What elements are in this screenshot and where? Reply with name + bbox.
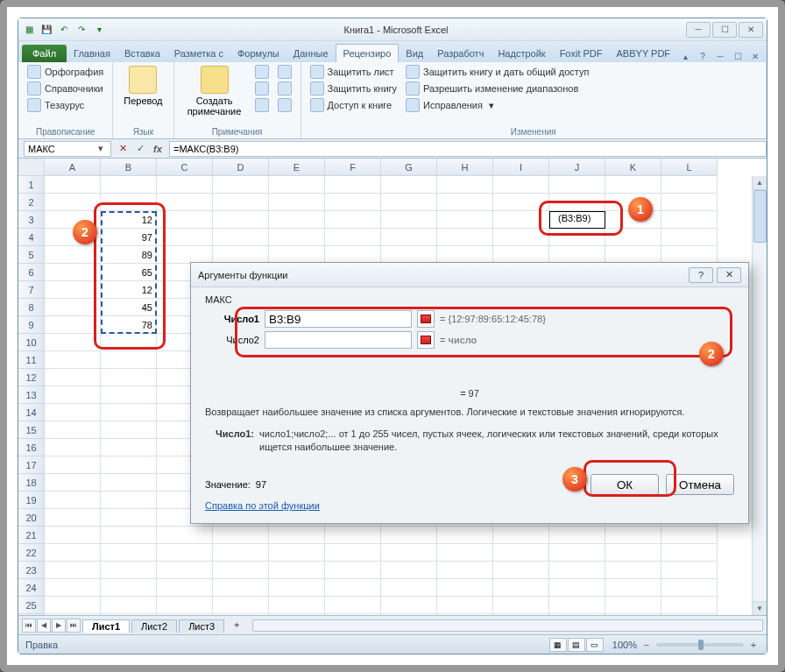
last-sheet-button[interactable]: ⏭ [67, 619, 81, 633]
row-header[interactable]: 14 [18, 404, 45, 421]
cell[interactable] [45, 421, 101, 439]
protect-workbook-button[interactable]: Защитить книгу [308, 81, 400, 96]
cell[interactable] [549, 579, 605, 597]
cell[interactable]: 45 [101, 299, 157, 316]
tab-layout[interactable]: Разметка с [167, 45, 230, 62]
cell[interactable] [325, 194, 381, 211]
cell[interactable] [157, 211, 213, 229]
cell[interactable] [661, 562, 718, 579]
cancel-formula-button[interactable]: ✕ [115, 141, 131, 157]
show-comment-button[interactable] [276, 64, 293, 80]
row-header[interactable]: 24 [18, 579, 45, 597]
row-header[interactable]: 25 [18, 597, 45, 614]
tab-addins[interactable]: Надстройк [491, 45, 552, 62]
cell[interactable] [157, 527, 213, 544]
cell[interactable] [157, 597, 213, 614]
cell[interactable] [213, 527, 269, 544]
row-header[interactable]: 2 [18, 194, 45, 211]
spelling-button[interactable]: Орфография [25, 64, 105, 80]
help-link[interactable]: Справка по этой функции [205, 500, 320, 511]
cell[interactable] [437, 176, 493, 194]
cell[interactable] [45, 351, 101, 369]
cell[interactable] [325, 211, 381, 229]
qat-dropdown-icon[interactable]: ▾ [92, 23, 106, 37]
cell[interactable] [269, 597, 325, 614]
column-header[interactable]: K [605, 159, 661, 176]
cell[interactable] [437, 597, 493, 614]
cell[interactable] [605, 614, 661, 615]
sheet-tab-2[interactable]: Лист2 [131, 619, 177, 633]
insert-function-button[interactable]: fx [150, 141, 166, 157]
row-header[interactable]: 6 [18, 264, 45, 281]
row-header[interactable]: 22 [18, 544, 45, 562]
redo-icon[interactable]: ↷ [74, 23, 88, 37]
show-all-comments-button[interactable] [276, 81, 293, 96]
cell[interactable] [605, 562, 661, 579]
cell[interactable] [325, 579, 381, 597]
name-box-dropdown-icon[interactable]: ▾ [95, 143, 107, 154]
name-box[interactable]: МАКС▾ [24, 141, 111, 157]
new-comment-button[interactable]: Создать примечание [181, 64, 248, 125]
cell[interactable] [213, 544, 269, 562]
cell[interactable] [437, 527, 493, 544]
tab-foxit[interactable]: Foxit PDF [553, 45, 610, 62]
normal-view-button[interactable]: ▦ [549, 638, 567, 652]
cell[interactable] [549, 614, 605, 615]
protect-sheet-button[interactable]: Защитить лист [308, 64, 400, 80]
cell[interactable] [437, 229, 493, 246]
sheet-tab-3[interactable]: Лист3 [179, 619, 224, 633]
cell[interactable] [45, 334, 101, 351]
cell[interactable] [101, 176, 157, 194]
cell[interactable]: 78 [101, 316, 157, 334]
next-comment-button[interactable] [253, 97, 271, 113]
row-header[interactable]: 15 [18, 421, 45, 439]
row-header[interactable]: 5 [18, 246, 45, 264]
help-icon[interactable]: ? [697, 50, 709, 62]
cell[interactable] [157, 194, 213, 211]
cell[interactable] [45, 176, 101, 194]
row-header[interactable]: 26 [18, 614, 45, 615]
cell[interactable] [661, 246, 718, 264]
tab-data[interactable]: Данные [286, 45, 336, 62]
cell[interactable] [101, 439, 157, 456]
cell[interactable] [213, 597, 269, 614]
column-header[interactable]: D [213, 159, 269, 176]
doc-close-icon[interactable]: ✕ [749, 50, 761, 62]
dialog-titlebar[interactable]: Аргументы функции ? ✕ [191, 263, 748, 287]
sheet-tab-1[interactable]: Лист1 [82, 619, 130, 633]
cell[interactable] [269, 579, 325, 597]
row-header[interactable]: 21 [18, 527, 45, 544]
cell[interactable] [549, 229, 605, 246]
cell[interactable] [325, 614, 381, 615]
cell[interactable] [325, 176, 381, 194]
prev-comment-button[interactable] [253, 81, 271, 96]
row-header[interactable]: 10 [18, 334, 45, 351]
cell[interactable] [549, 562, 605, 579]
cell[interactable] [213, 211, 269, 229]
column-header[interactable]: H [437, 159, 493, 176]
cell[interactable]: 65 [101, 264, 157, 281]
save-icon[interactable]: 💾 [39, 23, 53, 37]
cell[interactable] [213, 194, 269, 211]
dialog-help-button[interactable]: ? [689, 267, 713, 283]
cell[interactable] [45, 194, 101, 211]
cell[interactable] [157, 176, 213, 194]
arg1-input[interactable] [265, 310, 412, 328]
row-header[interactable]: 8 [18, 299, 45, 316]
cell[interactable]: 12 [101, 281, 157, 299]
cell[interactable] [437, 544, 493, 562]
zoom-slider[interactable] [656, 643, 744, 647]
ribbon-minimize-icon[interactable]: ▴ [679, 50, 691, 62]
tab-formulas[interactable]: Формулы [230, 45, 286, 62]
cell[interactable] [269, 562, 325, 579]
cell[interactable] [661, 211, 718, 229]
cell[interactable] [101, 456, 157, 474]
cell[interactable] [437, 211, 493, 229]
cell[interactable] [45, 316, 101, 334]
zoom-in-button[interactable]: + [747, 639, 760, 651]
cell[interactable] [661, 597, 718, 614]
arg1-range-selector[interactable] [417, 310, 435, 328]
cell[interactable] [661, 579, 718, 597]
worksheet-grid[interactable]: ABCDEFGHIJKL1231249758966571284597810111… [18, 159, 767, 615]
cell[interactable] [101, 544, 157, 562]
